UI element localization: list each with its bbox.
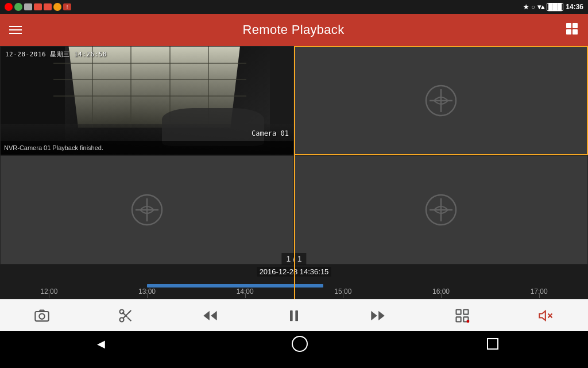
timeline-hour-17: 17:00 xyxy=(490,288,588,296)
status-icons-right: ★ ○ ▾▴ ███ 14:36 xyxy=(523,3,583,11)
signal-icon: ○ xyxy=(531,3,535,10)
timeline[interactable]: 2016-12-28 14:36:15 12:00 13:00 14:00 15… xyxy=(0,264,588,299)
add-channel-icon-2 xyxy=(424,83,458,118)
camera-status-bar: NVR-Camera 01 Playback finished. xyxy=(1,141,293,155)
svg-point-14 xyxy=(39,313,44,319)
app-bar-title: Remote Playback xyxy=(243,22,345,37)
toolbar xyxy=(0,299,588,331)
app-icon-6 xyxy=(53,3,61,11)
video-cell-2[interactable] xyxy=(294,46,588,155)
pause-button[interactable] xyxy=(280,302,308,329)
svg-point-16 xyxy=(120,317,124,321)
svg-marker-25 xyxy=(378,310,385,320)
back-button[interactable]: ◀ xyxy=(90,332,113,355)
add-channel-icon-3 xyxy=(130,193,164,227)
svg-line-18 xyxy=(127,317,131,320)
rewind-button[interactable] xyxy=(196,302,224,329)
add-channel-icon-4 xyxy=(424,193,458,227)
timeline-hour-12: 12:00 xyxy=(0,288,98,296)
svg-marker-24 xyxy=(372,310,378,320)
video-cell-1[interactable]: 12-28-2016 星期三 14:26:58 Camera 01 NVR-Ca… xyxy=(0,46,294,155)
status-bar: ! ★ ○ ▾▴ ███ 14:36 xyxy=(0,0,588,14)
camera-label: Camera 01 xyxy=(252,129,289,137)
menu-button[interactable] xyxy=(9,26,22,34)
timeline-hour-14: 14:00 xyxy=(196,288,294,296)
camera-status-text: NVR-Camera 01 Playback finished. xyxy=(4,144,103,151)
layout-toggle-button[interactable] xyxy=(565,22,579,39)
app-icon-3 xyxy=(24,3,32,10)
video-cell-4[interactable] xyxy=(294,155,588,264)
svg-rect-28 xyxy=(456,317,461,321)
home-button[interactable] xyxy=(292,336,308,352)
svg-rect-26 xyxy=(456,309,461,314)
timeline-hour-16: 16:00 xyxy=(392,288,490,296)
video-cell-3[interactable] xyxy=(0,155,294,264)
video-grid: 12-28-2016 星期三 14:26:58 Camera 01 NVR-Ca… xyxy=(0,46,588,264)
app-icon-4 xyxy=(34,3,42,10)
bluetooth-icon: ★ xyxy=(523,3,529,11)
nav-bar: ◀ xyxy=(0,331,588,356)
battery-icon: ███ xyxy=(547,3,563,11)
camera-scene xyxy=(1,47,293,155)
svg-rect-27 xyxy=(463,309,468,314)
timeline-cursor-line xyxy=(294,264,295,299)
app-icon-7: ! xyxy=(63,3,71,10)
app-bar: Remote Playback xyxy=(0,14,588,46)
svg-marker-21 xyxy=(211,310,217,320)
fast-forward-button[interactable] xyxy=(364,302,392,329)
recent-button[interactable] xyxy=(487,338,498,350)
wifi-icon: ▾▴ xyxy=(537,3,544,11)
clock: 14:36 xyxy=(566,3,583,11)
timeline-hour-15: 15:00 xyxy=(294,288,392,296)
svg-rect-23 xyxy=(295,310,298,321)
svg-rect-1 xyxy=(572,23,578,28)
app-icon-5 xyxy=(44,3,52,10)
status-icons-left: ! xyxy=(5,3,71,11)
mute-button[interactable] xyxy=(532,302,560,329)
grid-close-button[interactable] xyxy=(448,302,476,329)
svg-rect-22 xyxy=(290,310,293,321)
timeline-hour-13: 13:00 xyxy=(98,288,196,296)
camera-timestamp: 12-28-2016 星期三 14:26:58 xyxy=(5,50,107,59)
svg-rect-0 xyxy=(566,23,571,28)
svg-marker-20 xyxy=(203,310,210,320)
svg-rect-3 xyxy=(572,29,578,34)
camera-feed-1: 12-28-2016 星期三 14:26:58 Camera 01 NVR-Ca… xyxy=(1,47,293,155)
clip-button[interactable] xyxy=(112,302,140,329)
svg-rect-2 xyxy=(566,29,571,34)
app-icon-1 xyxy=(5,3,13,11)
screenshot-button[interactable] xyxy=(28,302,56,329)
app-icon-2 xyxy=(14,3,22,11)
